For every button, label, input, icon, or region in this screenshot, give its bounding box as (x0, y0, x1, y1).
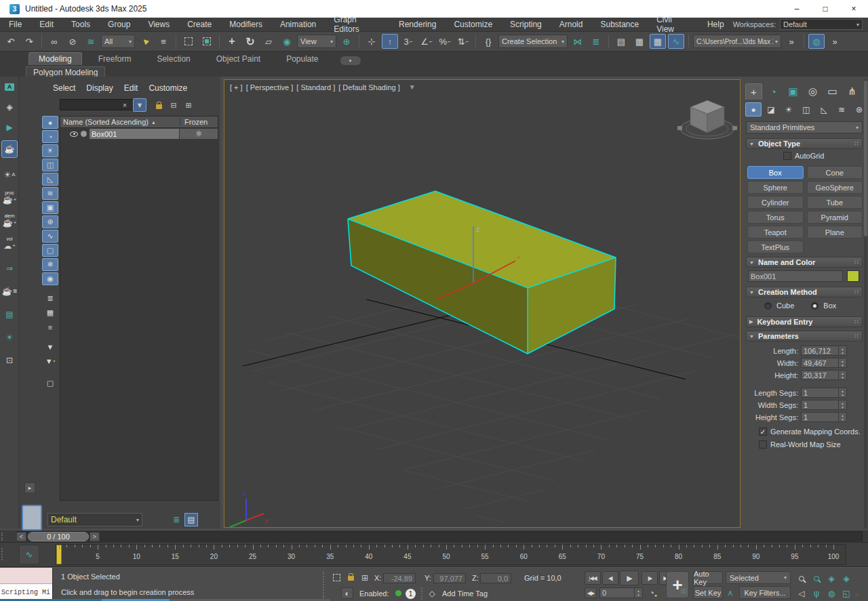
ribbon-tab-freeform[interactable]: Freeform (89, 53, 141, 65)
menu-customize[interactable]: Customize (445, 20, 501, 29)
transform-type-in-icon[interactable]: ⊞ (359, 572, 371, 583)
reference-coordinate-system-dropdown[interactable]: View▾ (297, 35, 336, 48)
named-selection-sets-dropdown[interactable]: Create Selection Se▾ (498, 35, 568, 48)
ribbon-tab-modeling[interactable]: Modeling (28, 52, 82, 65)
cylinder-button[interactable]: Cylinder (747, 196, 804, 209)
proc-tool-icon[interactable]: proc☕+ (1, 188, 18, 205)
height-segs-field[interactable]: 1 (801, 412, 839, 422)
window-link-tool-icon[interactable]: ⊡ (1, 352, 18, 369)
curve-editor-icon[interactable]: ∿ (668, 34, 684, 49)
table-row[interactable]: Box001 ✻ (60, 128, 218, 140)
height-field-spinner[interactable]: ▴▾ (839, 370, 847, 380)
filter-spacewarps-icon[interactable]: ≋ (42, 187, 58, 200)
drag-handle[interactable] (1, 548, 4, 560)
viewport-menu-shading[interactable]: [ Default Shading ] (338, 83, 400, 91)
next-frame-arrow[interactable]: > (90, 532, 100, 541)
redo-icon[interactable]: ↷ (21, 34, 37, 49)
width-segs-field-spinner[interactable]: ▴▾ (839, 400, 847, 410)
explorer-menu-customize[interactable]: Customize (149, 83, 187, 93)
render-flyout-chevron-icon[interactable]: » (827, 34, 843, 49)
category-helpers-icon[interactable]: ◺ (816, 102, 832, 117)
menu-tools[interactable]: Tools (62, 20, 99, 29)
filter-cameras-icon[interactable]: ◫ (42, 159, 58, 171)
tab-create[interactable]: + (745, 83, 762, 100)
list-header[interactable]: Name (Sorted Ascending) ▲ Frozen (60, 117, 218, 128)
ribbon-tab-object-paint[interactable]: Object Paint (207, 53, 270, 65)
select-and-move-icon[interactable]: + (224, 34, 240, 49)
close-button[interactable]: × (840, 0, 868, 18)
render-setup-icon[interactable]: ◍ (808, 34, 825, 49)
teapot-button[interactable]: Teapot (747, 226, 804, 239)
menu-file[interactable]: File (0, 20, 31, 29)
generate-mapping-coords-checkbox[interactable]: ✓ (759, 428, 767, 436)
object-color-swatch[interactable] (847, 270, 859, 282)
alem-tool-icon[interactable]: alem☕+ (1, 211, 18, 228)
selection-region-status-icon[interactable] (330, 572, 342, 583)
add-time-tag[interactable]: Add Time Tag (442, 589, 488, 598)
key-filters-button[interactable]: Key Filters... (739, 586, 791, 599)
width-segs-field[interactable]: 1 (801, 400, 839, 410)
width-field-spinner[interactable]: ▴▾ (839, 358, 847, 368)
transfer-tool-icon[interactable]: ⇒ (1, 260, 18, 277)
clear-search-icon[interactable]: × (118, 98, 132, 112)
percent-snap-toggle-icon[interactable]: %⌐ (437, 34, 453, 49)
time-slider-handle[interactable]: 0 / 100 (28, 532, 89, 541)
minimize-button[interactable]: – (783, 0, 811, 18)
vol-tool-icon[interactable]: vol☁+ (1, 234, 18, 251)
rollout-name-and-color[interactable]: ▼ Name and Color ∷ (746, 257, 863, 268)
filter-funnel-icon[interactable]: ▼ (42, 340, 58, 353)
snaps-toggle-icon[interactable]: 3⌐ (400, 34, 416, 49)
rollout-parameters[interactable]: ▼ Parameters ∷ (746, 331, 863, 341)
material-view-icon[interactable]: ▦ (42, 306, 58, 319)
menu-views[interactable]: Views (139, 20, 178, 29)
filter-lights-icon[interactable]: ☀ (42, 144, 58, 157)
select-and-rotate-icon[interactable]: ↻ (242, 34, 258, 49)
viewport-menu-renderer[interactable]: [ Standard ] (296, 83, 335, 91)
filter-shapes-icon[interactable]: ◔ (42, 130, 58, 143)
tab-display[interactable]: ▭ (824, 83, 841, 100)
toggle-layer-explorer-icon[interactable]: ▦ (631, 34, 648, 49)
orbit-icon[interactable]: ◍ (825, 587, 838, 600)
height-field[interactable]: 20,317 (801, 370, 839, 380)
workspaces-dropdown[interactable]: Default ▾ (780, 19, 863, 30)
length-field[interactable]: 106,712 (801, 346, 839, 356)
toggle-ribbon-icon[interactable]: ▦ (650, 34, 666, 49)
frame-ruler[interactable]: 5101520253035404550556065707580859095100 (56, 544, 846, 565)
active-layer-dropdown[interactable]: Default ▾ (47, 513, 142, 526)
column-header-frozen[interactable]: Frozen (180, 118, 218, 126)
create-key-button[interactable]: +⚿ (666, 571, 689, 598)
tab-modify[interactable]: ◔ (765, 83, 782, 100)
zoom-extents-all-icon[interactable]: ◈ (840, 572, 853, 585)
isolate-selection-icon[interactable]: ◇ (426, 587, 438, 599)
set-key-button[interactable]: Set Key (693, 586, 723, 599)
teapot-tool-icon[interactable]: ☕ (1, 140, 18, 158)
layer-stack-icon[interactable]: ≣ (170, 513, 183, 526)
teapot-list-tool-icon[interactable]: ☕≣ (1, 283, 18, 300)
window-crossing-icon[interactable] (199, 34, 215, 49)
filter-helpers-icon[interactable]: ◺ (42, 173, 58, 186)
drag-handle[interactable] (1, 533, 4, 541)
select-object-icon[interactable]: ▶ (137, 34, 153, 49)
menu-help[interactable]: Help (698, 20, 733, 29)
filter-funnel-icon[interactable]: ▼ (409, 83, 416, 91)
menu-create[interactable]: Create (178, 20, 220, 29)
real-world-map-size-checkbox[interactable] (759, 440, 767, 449)
expand-panel-button[interactable]: ▸ (24, 482, 35, 493)
filter-groups-icon[interactable]: ▣ (42, 201, 58, 214)
category-spacewarps-icon[interactable]: ≋ (833, 102, 850, 117)
select-and-link-icon[interactable]: ∞ (46, 34, 62, 49)
key-filter-pose-icon[interactable]: ⋏ (724, 587, 736, 598)
category-lights-icon[interactable]: ☀ (781, 102, 797, 117)
tab-motion[interactable]: ◎ (804, 83, 821, 100)
macro-recorder-pane[interactable] (0, 568, 52, 584)
x-coordinate-field[interactable]: -24,89 (383, 573, 416, 583)
filter-geometry-icon[interactable]: ● (42, 116, 58, 129)
play-button[interactable]: ▶ (620, 571, 639, 585)
pan-icon[interactable]: ψ (810, 587, 823, 600)
collapse-all-icon[interactable]: ⊟ (167, 98, 180, 112)
maximize-viewport-icon[interactable]: ◱ (840, 587, 853, 600)
next-frame-button[interactable]: |▶ (642, 571, 658, 585)
select-and-place-icon[interactable]: ◉ (279, 34, 295, 49)
time-configuration-icon[interactable]: ◔● (646, 587, 658, 598)
viewport-layout-a-icon[interactable]: A (1, 78, 18, 96)
